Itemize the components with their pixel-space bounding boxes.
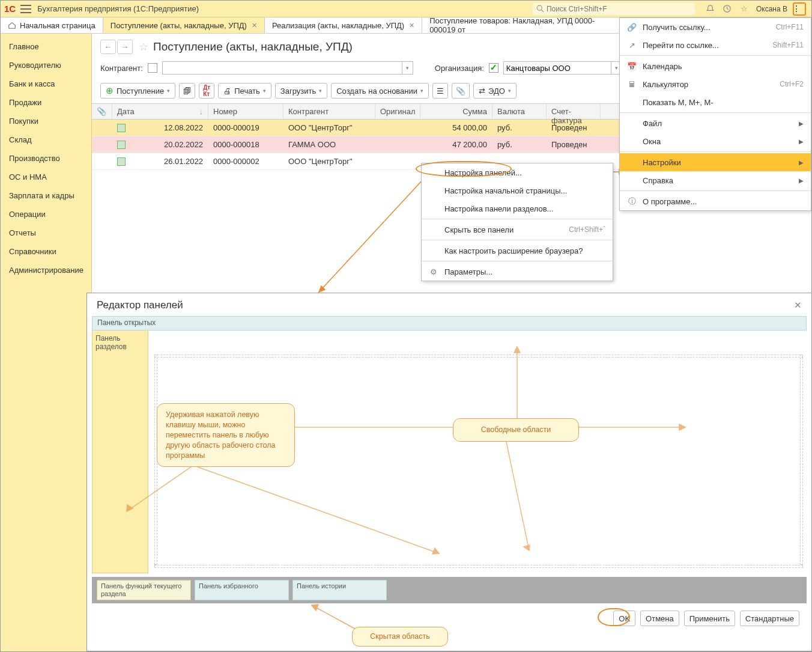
menu-memory[interactable]: Показать M, M+, M- [620, 93, 811, 111]
dtkt-button[interactable]: ДтКт [199, 83, 214, 99]
btn-label: ЭДО [488, 87, 505, 96]
sidebar-item[interactable]: Руководителю [1, 56, 91, 75]
sidebar-item[interactable]: Продажи [1, 93, 91, 112]
col-currency[interactable]: Валюта [492, 104, 547, 119]
card-favorites[interactable]: Панель избранного [195, 580, 289, 600]
dropdown-icon[interactable]: ▾ [402, 61, 413, 75]
close-icon[interactable]: ✕ [794, 300, 802, 311]
menu-calculator[interactable]: 🖩КалькуляторCtrl+F2 [620, 75, 811, 93]
link-icon: 🔗 [627, 22, 637, 32]
settings-submenu: Настройка панелей... Настройка начальной… [421, 163, 613, 281]
col-sum[interactable]: Сумма [420, 104, 492, 119]
close-icon[interactable]: ✕ [252, 22, 257, 29]
back-button[interactable]: ← [100, 40, 116, 54]
doc-icon [117, 124, 126, 132]
defaults-button[interactable]: Стандартные [740, 611, 799, 626]
menu-help[interactable]: Справка▶ [620, 171, 811, 189]
sidebar: Главное Руководителю Банк и касса Продаж… [1, 34, 92, 651]
menu-settings[interactable]: Настройки▶ [620, 153, 811, 171]
search-input[interactable] [547, 5, 691, 13]
hidden-area[interactable]: Панель функций текущего раздела Панель и… [92, 577, 807, 603]
tab-sales[interactable]: Реализация (акты, накладные, УПД) ✕ [265, 17, 422, 33]
sidebar-item[interactable]: Отчеты [1, 224, 91, 242]
favorite-icon[interactable]: ☆ [139, 40, 148, 53]
service-menu: 🔗Получить ссылку...Ctrl+F11 ↗Перейти по … [619, 17, 811, 211]
callout-hidden: Скрытая область [352, 627, 448, 647]
calc-icon: 🖩 [627, 79, 637, 89]
col-invoice[interactable]: Счет-фактура [547, 104, 601, 119]
sidebar-item[interactable]: Главное [1, 37, 91, 56]
sidebar-item[interactable]: Покупки [1, 112, 91, 130]
service-menu-button[interactable] [793, 2, 806, 16]
forward-button[interactable]: → [117, 40, 133, 54]
tab-goods[interactable]: Поступление товаров: Накладная, УПД 0000… [422, 17, 626, 33]
submenu-sections[interactable]: Настройка панели разделов... [422, 200, 613, 218]
copy-button[interactable]: 🗐 [179, 83, 195, 99]
input-contragent[interactable] [162, 61, 402, 75]
menu-file[interactable]: Файл▶ [620, 114, 811, 132]
sections-panel[interactable]: Панель разделов [92, 331, 148, 573]
username[interactable]: Оксана В [756, 5, 787, 13]
menu-windows[interactable]: Окна▶ [620, 132, 811, 150]
sidebar-item[interactable]: Производство [1, 149, 91, 168]
logo-1c: 1C [4, 4, 16, 14]
attach-button[interactable]: 📎 [452, 83, 470, 99]
sidebar-item[interactable]: Зарплата и кадры [1, 186, 91, 205]
doc-icon [117, 157, 126, 166]
sidebar-item[interactable]: Администрирование [1, 261, 91, 279]
input-org[interactable] [503, 61, 611, 75]
search-box[interactable] [533, 3, 695, 15]
submenu-params[interactable]: ⚙Параметры... [422, 263, 613, 281]
menu-get-link[interactable]: 🔗Получить ссылку...Ctrl+F11 [620, 18, 811, 36]
card-history[interactable]: Панель истории [292, 580, 387, 600]
star-icon[interactable]: ☆ [738, 2, 751, 16]
col-original[interactable]: Оригинал [375, 104, 420, 119]
panel-editor-title: Редактор панелей [97, 299, 794, 311]
close-icon[interactable]: ✕ [409, 22, 414, 29]
open-panel-strip[interactable]: Панель открытых [92, 316, 807, 331]
submenu-browser-ext[interactable]: Как настроить расширение браузера? [422, 242, 613, 260]
cancel-button[interactable]: Отмена [640, 611, 679, 626]
receipt-button[interactable]: ⊕Поступление▾ [100, 83, 175, 99]
load-button[interactable]: Загрузить▾ [275, 83, 327, 99]
print-button[interactable]: 🖨 Печать▾ [218, 83, 271, 99]
ok-button[interactable]: OK [613, 611, 635, 626]
card-functions[interactable]: Панель функций текущего раздела [97, 580, 191, 600]
create-based-button[interactable]: Создать на основании▾ [331, 83, 429, 99]
col-date[interactable]: Дата↓ [112, 104, 208, 119]
menu-icon[interactable] [20, 5, 31, 13]
sidebar-item[interactable]: ОС и НМА [1, 168, 91, 186]
sidebar-item[interactable]: Справочники [1, 242, 91, 261]
info-icon: ⓘ [627, 197, 637, 206]
bell-icon[interactable] [704, 2, 717, 16]
submenu-hide-panels[interactable]: Скрыть все панелиCtrl+Shift+` [422, 221, 613, 239]
search-icon [536, 5, 544, 13]
tab-receipt[interactable]: Поступление (акты, накладные, УПД) ✕ [103, 17, 265, 33]
menu-goto-link[interactable]: ↗Перейти по ссылке...Shift+F11 [620, 36, 811, 54]
goto-icon: ↗ [627, 40, 637, 50]
menu-about[interactable]: ⓘО программе... [620, 192, 811, 210]
sidebar-item[interactable]: Склад [1, 130, 91, 149]
label-org: Организация: [435, 64, 484, 73]
submenu-homepage[interactable]: Настройка начальной страницы... [422, 181, 613, 200]
history-icon[interactable] [721, 2, 734, 16]
submenu-panels[interactable]: Настройка панелей... [422, 163, 613, 181]
sidebar-item[interactable]: Операции [1, 205, 91, 224]
label-contragent: Контрагент: [100, 64, 143, 73]
svg-line-1 [542, 10, 544, 13]
page-title: Поступление (акты, накладные, УПД) [153, 40, 353, 53]
tab-label: Поступление товаров: Накладная, УПД 0000… [429, 17, 619, 33]
col-attach[interactable]: 📎 [92, 104, 112, 119]
col-contragent[interactable]: Контрагент [283, 104, 375, 119]
checkbox-contragent[interactable] [148, 63, 157, 73]
menu-calendar[interactable]: 📅Календарь [620, 57, 811, 75]
btn-label: Создать на основании [336, 87, 417, 96]
tab-home[interactable]: Начальная страница [1, 17, 103, 33]
list-button[interactable]: ☰ [432, 83, 448, 99]
apply-button[interactable]: Применить [684, 611, 735, 626]
edo-button[interactable]: ⇄ ЭДО▾ [473, 83, 517, 99]
col-number[interactable]: Номер [208, 104, 283, 119]
sidebar-item[interactable]: Банк и касса [1, 75, 91, 93]
checkbox-org[interactable] [489, 63, 498, 73]
callout-drag: Удерживая нажатой левую клавишу мыши, мо… [157, 403, 295, 467]
